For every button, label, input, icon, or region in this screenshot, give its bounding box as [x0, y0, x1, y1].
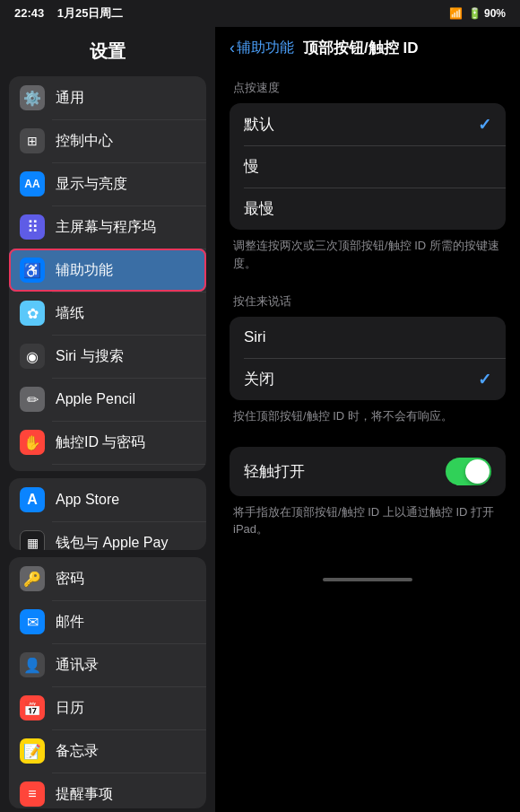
notes-label: 备忘录: [56, 742, 99, 761]
homescreen-label: 主屏幕与程序坞: [56, 218, 156, 237]
sidebar-item-display[interactable]: AA 显示与亮度: [9, 162, 206, 205]
press-to-speak-section: 按住来说话 Siri 关闭 ✓ 按住顶部按钮/触控 ID 时，将不会有响应。: [230, 293, 506, 432]
reminders-label: 提醒事项: [56, 785, 113, 804]
battery-icon: 🔋 90%: [468, 7, 506, 20]
sidebar-item-reminders[interactable]: ≡ 提醒事项: [9, 773, 206, 808]
press-to-speak-header: 按住来说话: [230, 293, 506, 310]
sidebar-item-contacts[interactable]: 👤 通讯录: [9, 643, 206, 686]
back-button[interactable]: ‹ 辅助功能: [230, 39, 294, 57]
tap-speed-default-label: 默认: [244, 114, 274, 135]
tap-speed-default-row[interactable]: 默认 ✓: [230, 103, 506, 145]
press-to-speak-group: Siri 关闭 ✓: [230, 317, 506, 400]
tap-speed-slowest-row[interactable]: 最慢: [230, 188, 506, 230]
general-icon: ⚙️: [20, 85, 45, 110]
appstore-icon: A: [20, 487, 45, 512]
touchid-icon: ✋: [20, 430, 45, 455]
sidebar-group-3: 🔑 密码 ✉ 邮件 👤 通讯录 📅 日历 📝 备忘录 ≡ 提醒事项: [9, 557, 206, 808]
press-to-speak-footer: 按住顶部按钮/触控 ID 时，将不会有响应。: [230, 400, 506, 432]
sidebar-item-siri[interactable]: ◉ Siri 与搜索: [9, 335, 206, 378]
display-icon: AA: [20, 171, 45, 196]
tap-speed-footer: 调整连按两次或三次顶部按钮/触控 ID 所需的按键速度。: [230, 230, 506, 279]
date: 1月25日周二: [57, 6, 124, 20]
contacts-label: 通讯录: [56, 656, 99, 675]
press-to-speak-siri-label: Siri: [244, 328, 266, 346]
right-panel-title: 顶部按钮/触控 ID: [303, 38, 418, 58]
time: 22:43: [14, 6, 44, 20]
wallpaper-icon: ✿: [20, 301, 45, 326]
tap-to-wake-toggle[interactable]: [446, 458, 491, 485]
sidebar-item-wallpaper[interactable]: ✿ 墙纸: [9, 292, 206, 335]
sidebar-group-1: ⚙️ 通用 ⊞ 控制中心 AA 显示与亮度 ⠿ 主屏幕与程序坞 ♿ 辅助功能 ✿: [9, 76, 206, 471]
right-header: ‹ 辅助功能 顶部按钮/触控 ID: [215, 27, 520, 65]
tap-speed-header: 点按速度: [230, 80, 506, 96]
general-label: 通用: [56, 89, 84, 108]
control-center-label: 控制中心: [56, 132, 113, 151]
sidebar: 设置 ⚙️ 通用 ⊞ 控制中心 AA 显示与亮度 ⠿ 主屏幕与程序坞 ♿ 辅助功…: [0, 27, 215, 812]
apple-pencil-icon: ✏: [20, 387, 45, 412]
press-to-speak-off-row[interactable]: 关闭 ✓: [230, 358, 506, 400]
press-to-speak-siri-row[interactable]: Siri: [230, 317, 506, 358]
wifi-icon: 📶: [449, 7, 463, 20]
wallpaper-label: 墙纸: [56, 304, 84, 323]
press-to-speak-off-check: ✓: [478, 370, 491, 389]
sidebar-item-mail[interactable]: ✉ 邮件: [9, 600, 206, 643]
wallet-icon: ▦: [20, 530, 45, 550]
accessibility-label: 辅助功能: [56, 261, 113, 280]
sidebar-item-appstore[interactable]: A App Store: [9, 478, 206, 521]
sidebar-item-passwords[interactable]: 🔑 密码: [9, 557, 206, 600]
touchid-label: 触控ID 与密码: [56, 433, 145, 452]
mail-label: 邮件: [56, 613, 84, 632]
notes-icon: 📝: [20, 738, 45, 764]
tap-speed-group: 默认 ✓ 慢 最慢: [230, 103, 506, 230]
status-bar: 22:43 1月25日周二 📶 🔋 90%: [0, 0, 520, 27]
calendar-icon: 📅: [20, 695, 45, 720]
calendar-label: 日历: [56, 699, 84, 718]
mail-icon: ✉: [20, 609, 45, 634]
passwords-label: 密码: [56, 570, 84, 589]
press-to-speak-off-label: 关闭: [244, 369, 274, 389]
tap-to-wake-section: 轻触打开 将手指放在顶部按钮/触控 ID 上以通过触控 ID 打开 iPad。: [230, 447, 506, 546]
sidebar-item-calendar[interactable]: 📅 日历: [9, 686, 206, 729]
main-layout: 设置 ⚙️ 通用 ⊞ 控制中心 AA 显示与亮度 ⠿ 主屏幕与程序坞 ♿ 辅助功…: [0, 27, 520, 812]
siri-label: Siri 与搜索: [56, 347, 124, 366]
sidebar-item-general[interactable]: ⚙️ 通用: [9, 76, 206, 119]
tap-speed-slow-label: 慢: [244, 156, 259, 177]
tap-to-wake-label: 轻触打开: [244, 461, 305, 482]
sidebar-title: 设置: [0, 27, 215, 73]
sidebar-item-homescreen[interactable]: ⠿ 主屏幕与程序坞: [9, 205, 206, 249]
tap-speed-slow-row[interactable]: 慢: [230, 145, 506, 188]
appstore-label: App Store: [56, 492, 119, 508]
control-center-icon: ⊞: [20, 128, 45, 153]
tap-speed-slowest-label: 最慢: [244, 198, 274, 219]
back-label: 辅助功能: [237, 39, 294, 57]
reminders-icon: ≡: [20, 781, 45, 807]
scroll-indicator: [323, 578, 412, 581]
right-panel: ‹ 辅助功能 顶部按钮/触控 ID 点按速度 默认 ✓ 慢 最慢 调整连按两次或…: [215, 27, 520, 812]
apple-pencil-label: Apple Pencil: [56, 391, 135, 407]
sidebar-item-accessibility[interactable]: ♿ 辅助功能: [9, 249, 206, 292]
sidebar-item-control-center[interactable]: ⊞ 控制中心: [9, 119, 206, 162]
sidebar-group-2: A App Store ▦ 钱包与 Apple Pay: [9, 478, 206, 550]
sidebar-item-touchid[interactable]: ✋ 触控ID 与密码: [9, 421, 206, 464]
tap-speed-section: 点按速度 默认 ✓ 慢 最慢 调整连按两次或三次顶部按钮/触控 ID 所需的按键…: [230, 80, 506, 279]
status-icons: 📶 🔋 90%: [449, 7, 506, 20]
sidebar-item-apple-pencil[interactable]: ✏ Apple Pencil: [9, 378, 206, 421]
tap-to-wake-footer: 将手指放在顶部按钮/触控 ID 上以通过触控 ID 打开 iPad。: [230, 496, 506, 546]
siri-icon: ◉: [20, 344, 45, 369]
passwords-icon: 🔑: [20, 566, 45, 591]
accessibility-icon: ♿: [20, 258, 45, 283]
contacts-icon: 👤: [20, 652, 45, 677]
tap-speed-default-check: ✓: [478, 115, 491, 135]
sidebar-item-wallet[interactable]: ▦ 钱包与 Apple Pay: [9, 521, 206, 550]
display-label: 显示与亮度: [56, 175, 127, 194]
sidebar-item-notes[interactable]: 📝 备忘录: [9, 729, 206, 773]
wallet-label: 钱包与 Apple Pay: [56, 534, 168, 551]
back-chevron-icon: ‹: [230, 39, 235, 57]
sidebar-item-battery[interactable]: ⚡ 电池: [9, 464, 206, 471]
homescreen-icon: ⠿: [20, 214, 45, 240]
tap-to-wake-row[interactable]: 轻触打开: [230, 447, 506, 496]
